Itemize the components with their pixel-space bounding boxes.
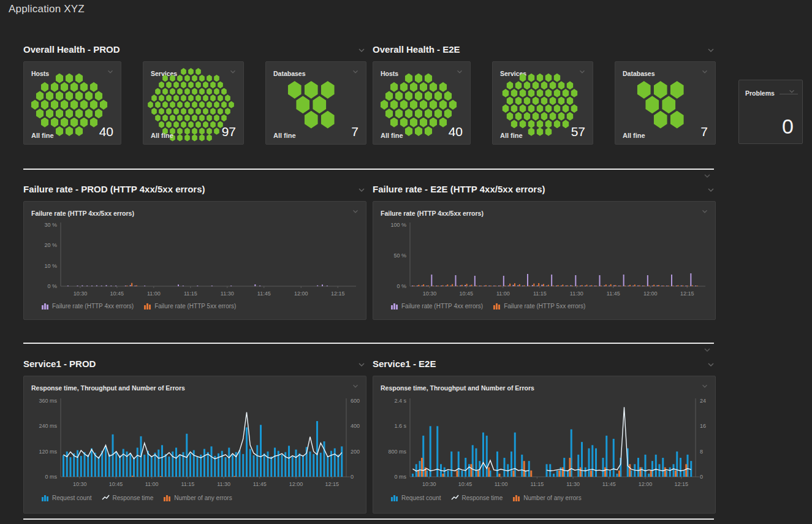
healthy-hexagon <box>192 75 198 82</box>
chevron-down-icon[interactable] <box>357 185 366 195</box>
healthy-hexagon <box>541 81 548 89</box>
legend-item[interactable]: Response time <box>102 494 154 501</box>
healthy-hexagon <box>429 100 438 110</box>
healthy-hexagon <box>414 108 423 118</box>
healthy-hexagon <box>210 82 216 89</box>
legend-label: Request count <box>401 495 441 501</box>
chart-plot-area <box>373 376 715 513</box>
healthy-hexagon <box>653 81 668 99</box>
bar-series-icon <box>143 302 151 309</box>
tile-hosts-prod[interactable]: Hosts All fine 40 <box>23 61 121 145</box>
healthy-hexagon <box>532 81 539 89</box>
tile-services-e2e[interactable]: Services All fine 57 <box>492 61 593 145</box>
healthy-hexagon <box>510 104 518 113</box>
tile-service1-e2e-chart[interactable]: Response time, Throughput and Number of … <box>373 376 716 514</box>
chevron-down-icon[interactable] <box>702 171 712 181</box>
healthy-hexagon <box>312 96 327 113</box>
bar-series-icon <box>163 494 171 501</box>
healthy-hexagon <box>385 108 393 118</box>
section-divider <box>23 169 714 170</box>
legend-item[interactable]: Failure rate (HTTP 4xx errors) <box>41 302 134 309</box>
healthy-hexagon <box>75 91 83 101</box>
status-label: All fine <box>500 132 523 139</box>
bar-series-icon <box>390 494 398 501</box>
legend-item[interactable]: Number of any errors <box>163 494 232 501</box>
healthy-hexagon <box>99 100 108 110</box>
healthy-hexagon <box>380 100 389 110</box>
healthy-hexagon <box>636 81 651 99</box>
bar-series-icon <box>41 302 49 309</box>
healthy-hexagon <box>207 101 213 108</box>
healthy-hexagon <box>170 101 176 108</box>
healthy-hexagon <box>210 94 216 102</box>
tile-hosts-e2e[interactable]: Hosts All fine 40 <box>373 61 471 145</box>
tile-services-prod[interactable]: Services All fine 97 <box>143 61 244 145</box>
healthy-hexagon <box>545 104 552 113</box>
failure-rate-e2e-chart[interactable]: 100 %50 %0 %10:3010:4511:0011:1511:3011:… <box>373 202 715 319</box>
service1-prod-chart[interactable]: 360 ms240 ms120 ms0 ms600400200010:3010:… <box>24 376 366 513</box>
legend-label: Failure rate (HTTP 4xx errors) <box>401 303 483 309</box>
tile-problems[interactable]: Problems 0 <box>738 80 803 144</box>
healthy-hexagon <box>45 108 54 118</box>
legend-item[interactable]: Failure rate (HTTP 4xx errors) <box>390 302 483 309</box>
healthy-hexagon <box>55 108 64 118</box>
section-divider <box>23 343 714 344</box>
legend-item[interactable]: Failure rate (HTTP 5xx errors) <box>143 302 236 309</box>
legend-item[interactable]: Failure rate (HTTP 5xx errors) <box>493 302 585 309</box>
chart-legend: Request countResponse timeNumber of any … <box>390 494 582 501</box>
healthy-hexagon <box>195 82 202 89</box>
chevron-down-icon[interactable] <box>357 360 366 370</box>
healthy-hexagon <box>166 94 172 102</box>
healthy-hexagon <box>566 112 574 121</box>
legend-item[interactable]: Request count <box>390 494 441 501</box>
healthy-hexagon <box>395 108 403 118</box>
healthy-hexagon <box>170 75 176 82</box>
status-label: All fine <box>151 132 173 139</box>
line-series-icon <box>451 494 459 501</box>
chevron-down-icon[interactable] <box>706 360 716 370</box>
tile-failure-rate-e2e-chart[interactable]: Failure rate (HTTP 4xx/5xx errors) 100 %… <box>373 201 716 320</box>
chevron-down-icon[interactable] <box>706 185 716 195</box>
healthy-hexagon <box>188 82 194 89</box>
section-header-service1-e2e: Service1 - E2E <box>373 359 716 372</box>
healthy-hexagon <box>449 100 457 110</box>
healthy-hexagon <box>173 82 180 89</box>
section-header-failure-rate-prod: Failure rate - PROD (HTTP 4xx/5xx errors… <box>23 184 366 197</box>
healthy-hexagon <box>320 81 335 99</box>
healthy-hexagon <box>409 100 418 110</box>
tile-databases-prod[interactable]: Databases All fine 7 <box>265 61 366 145</box>
healthy-hexagon <box>502 104 509 113</box>
healthy-hexagon <box>536 104 544 113</box>
legend-item[interactable]: Request count <box>41 494 92 501</box>
tile-failure-rate-prod-chart[interactable]: Failure rate (HTTP 4xx/5xx errors) 30 %2… <box>23 201 366 320</box>
tile-databases-e2e[interactable]: Databases All fine 7 <box>615 61 716 145</box>
healthy-hexagon <box>85 108 93 118</box>
legend-item[interactable]: Response time <box>451 494 503 501</box>
healthy-hexagon <box>65 74 74 83</box>
healthy-hexagon <box>558 81 565 89</box>
failure-rate-prod-chart[interactable]: 30 %20 %10 %0 %10:3010:4511:0011:1511:30… <box>24 202 366 319</box>
status-label: All fine <box>623 132 645 139</box>
chevron-down-icon[interactable] <box>787 87 797 97</box>
healthy-hexagon <box>40 82 49 92</box>
section-title: Overall Health - E2E <box>373 44 460 55</box>
service1-e2e-chart[interactable]: 2.4 s1.6 s800 ms0 ms24168010:3010:4511:0… <box>373 376 715 513</box>
chevron-down-icon[interactable] <box>706 45 716 55</box>
healthy-hexagon <box>385 91 393 101</box>
healthy-hexagon <box>177 75 183 82</box>
section-title: Failure rate - PROD (HTTP 4xx/5xx errors… <box>23 184 205 194</box>
healthy-hexagon <box>444 91 452 101</box>
healthy-hexagon <box>173 94 180 102</box>
chevron-down-icon[interactable] <box>357 45 366 55</box>
divider-line <box>780 94 798 94</box>
healthy-hexagon <box>70 100 78 110</box>
legend-label: Number of any errors <box>523 495 581 501</box>
healthy-hexagon <box>532 97 539 105</box>
healthy-hexagon <box>207 75 213 82</box>
chevron-down-icon[interactable] <box>702 345 712 355</box>
tile-service1-prod-chart[interactable]: Response time, Throughput and Number of … <box>23 376 366 514</box>
healthy-hexagon <box>195 94 202 102</box>
healthy-hexagon <box>532 112 539 121</box>
legend-item[interactable]: Number of any errors <box>512 494 581 501</box>
bar-series-icon <box>512 494 520 501</box>
